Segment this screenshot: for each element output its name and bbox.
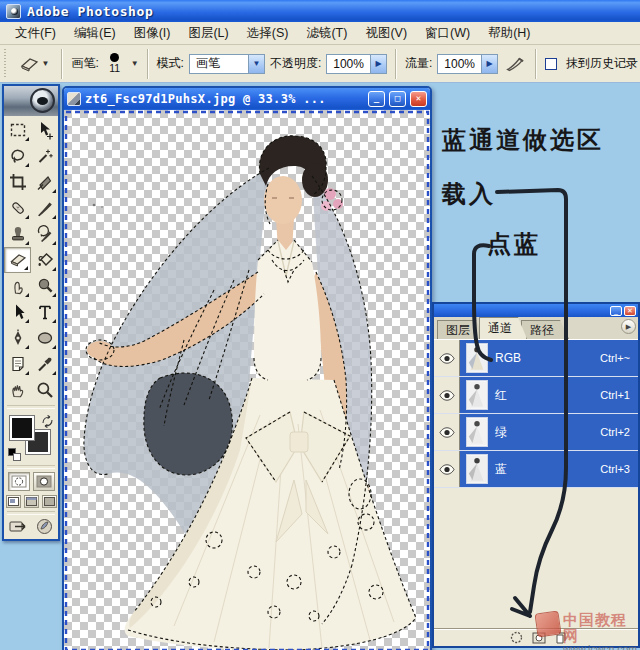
swap-colors-icon[interactable] (41, 415, 54, 428)
opacity-spinner-button[interactable]: ▶ (370, 55, 386, 73)
load-selection-button[interactable] (510, 631, 523, 644)
menu-item-layer[interactable]: 图层(L) (179, 22, 237, 45)
eye-icon (439, 353, 455, 364)
airbrush-toggle-icon[interactable] (505, 55, 525, 73)
channel-shortcut: Ctrl+1 (600, 389, 630, 401)
channel-row-green[interactable]: 绿 Ctrl+2 (434, 414, 638, 451)
save-selection-button[interactable] (532, 632, 546, 644)
tool-pen[interactable] (4, 325, 31, 351)
channel-thumbnail[interactable] (466, 417, 488, 447)
tool-rect-marquee[interactable] (4, 117, 31, 143)
tool-dodge[interactable] (31, 273, 58, 299)
document-minimize-button[interactable]: _ (368, 91, 385, 107)
tab-paths[interactable]: 路径 (521, 320, 569, 339)
menu-item-file[interactable]: 文件(F) (6, 22, 65, 45)
separator (535, 49, 537, 79)
tool-magic-wand[interactable] (31, 143, 58, 169)
opacity-input[interactable]: 100% ▶ (326, 54, 387, 74)
tool-healing-brush[interactable] (4, 195, 31, 221)
visibility-toggle[interactable] (434, 414, 460, 450)
menu-item-filter[interactable]: 滤镜(T) (297, 22, 356, 45)
tool-path-select[interactable] (4, 299, 31, 325)
mode-dropdown-button[interactable]: ▼ (248, 55, 264, 73)
tool-eraser[interactable] (4, 247, 31, 273)
tool-slice[interactable] (31, 169, 58, 195)
channel-thumbnail[interactable] (466, 380, 488, 410)
mode-select[interactable]: 画笔 ▼ (189, 54, 265, 74)
tool-lasso[interactable] (4, 143, 31, 169)
panel-menu-button[interactable]: ▶ (621, 319, 636, 334)
channel-row-rgb[interactable]: RGB Ctrl+~ (434, 340, 638, 377)
standard-mode-button[interactable] (8, 472, 30, 491)
toolbox-palette (2, 84, 60, 541)
flow-spinner-button[interactable]: ▶ (481, 55, 497, 73)
tool-paint-bucket[interactable] (31, 247, 58, 273)
tool-history-brush[interactable] (31, 221, 58, 247)
tool-brush[interactable] (31, 195, 58, 221)
menu-item-view[interactable]: 视图(V) (356, 22, 416, 45)
opacity-value: 100% (327, 55, 370, 73)
app-title-bar[interactable]: Adobe Photoshop (0, 0, 640, 22)
menu-item-image[interactable]: 图像(I) (125, 22, 180, 45)
document-maximize-button[interactable]: □ (389, 91, 406, 107)
toolbox-separator (7, 465, 55, 469)
new-channel-button[interactable] (555, 632, 567, 644)
brush-label: 画笔: (71, 55, 98, 72)
jump-to-imageready-icon[interactable] (9, 518, 33, 535)
tab-layers[interactable]: 图层 (437, 320, 485, 339)
channel-label: 绿 (495, 424, 600, 441)
current-tool-button[interactable]: ▼ (14, 52, 54, 76)
tool-dropdown-caret: ▼ (42, 59, 50, 68)
channel-thumbnail[interactable] (466, 454, 488, 484)
annotation-load: 载入 (442, 178, 496, 210)
tool-clone-stamp[interactable] (4, 221, 31, 247)
foreground-color-swatch[interactable] (10, 416, 34, 440)
erase-history-checkbox[interactable] (545, 58, 557, 70)
channel-thumbnail[interactable] (466, 343, 488, 373)
tool-eyedropper[interactable] (31, 351, 58, 377)
document-title-bar[interactable]: zt6_Fsc97d1PuhsX.jpg @ 33.3% ... _ □ ✕ (64, 88, 430, 110)
tab-channels[interactable]: 通道 (479, 317, 527, 339)
visibility-toggle[interactable] (434, 451, 460, 487)
channel-row-blue[interactable]: 蓝 Ctrl+3 (434, 451, 638, 488)
channel-shortcut: Ctrl+3 (600, 463, 630, 475)
document-icon (67, 92, 81, 106)
tool-move[interactable] (31, 117, 58, 143)
menu-item-select[interactable]: 选择(S) (238, 22, 298, 45)
tool-shape[interactable] (31, 325, 58, 351)
channel-shortcut: Ctrl+~ (600, 352, 630, 364)
visibility-toggle[interactable] (434, 377, 460, 413)
toolbox-separator (7, 405, 55, 409)
document-canvas[interactable] (64, 110, 430, 650)
document-close-button[interactable]: ✕ (410, 91, 427, 107)
default-colors-icon[interactable] (8, 448, 21, 461)
fullscreen-menubar-button[interactable] (24, 495, 39, 508)
toolbox-banner[interactable] (4, 86, 58, 116)
tool-zoom[interactable] (31, 377, 58, 403)
toolbox-separator (7, 511, 55, 515)
brush-preview[interactable]: 11 (104, 53, 126, 74)
imageready-logo-icon[interactable] (36, 518, 53, 535)
photoshop-window: Adobe Photoshop 文件(F) 编辑(E) 图像(I) 图层(L) … (0, 0, 640, 650)
menu-item-help[interactable]: 帮助(H) (479, 22, 539, 45)
standard-screen-button[interactable] (6, 495, 21, 508)
menu-item-window[interactable]: 窗口(W) (416, 22, 479, 45)
tool-crop[interactable] (4, 169, 31, 195)
brush-dropdown-caret[interactable]: ▼ (131, 59, 139, 68)
tool-notes[interactable] (4, 351, 31, 377)
panel-minimize-button[interactable]: _ (610, 306, 622, 316)
tool-hand[interactable] (4, 377, 31, 403)
menu-item-edit[interactable]: 编辑(E) (65, 22, 125, 45)
jump-to-row (4, 516, 58, 539)
quick-mask-button[interactable] (33, 472, 55, 491)
options-bar-grip[interactable] (4, 49, 9, 79)
panel-close-button[interactable]: ✕ (624, 306, 636, 316)
visibility-toggle[interactable] (434, 340, 460, 376)
tool-smudge[interactable] (4, 273, 31, 299)
tool-type[interactable] (31, 299, 58, 325)
mode-value: 画笔 (190, 55, 248, 73)
panel-title-bar[interactable]: _ ✕ (434, 304, 638, 317)
fullscreen-button[interactable] (42, 495, 57, 508)
flow-input[interactable]: 100% ▶ (437, 54, 498, 74)
channel-row-red[interactable]: 红 Ctrl+1 (434, 377, 638, 414)
